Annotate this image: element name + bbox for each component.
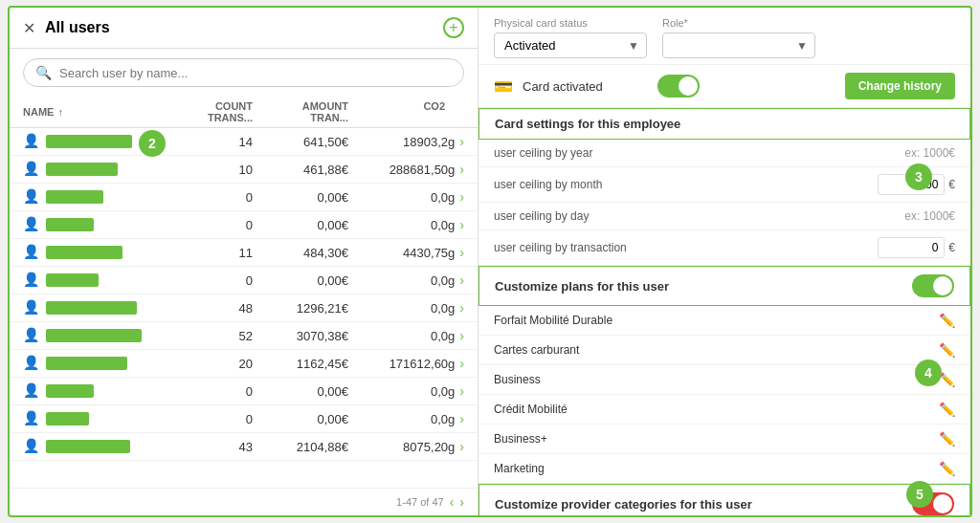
card-icon: 💳 <box>494 77 513 96</box>
plan-name: Cartes carburant <box>494 343 939 357</box>
badge-2: 2 <box>139 130 166 157</box>
edit-icon[interactable]: ✏️ <box>939 431 955 447</box>
user-icon: 👤 <box>23 216 40 233</box>
table-row[interactable]: 👤 20 1162,45€ 171612,60g › <box>10 350 478 378</box>
plan-name: Crédit Mobilité <box>494 403 939 416</box>
user-icon: 👤 <box>23 438 40 455</box>
change-history-button[interactable]: Change history <box>845 73 955 99</box>
prev-page-button[interactable]: ‹ <box>450 494 455 510</box>
table-row[interactable]: 👤 14 641,50€ 18903,2g › 2 <box>10 128 478 156</box>
co2-val: 0,0g <box>358 190 459 205</box>
col-amount-header: AMOUNT TRAN... <box>262 100 358 123</box>
table-row[interactable]: 👤 0 0,00€ 0,0g › <box>10 267 478 294</box>
count-val: 0 <box>176 273 262 288</box>
co2-val: 0,0g <box>358 273 459 288</box>
badge-3: 3 <box>905 163 932 190</box>
co2-val: 171612,60g <box>358 357 459 371</box>
co2-val: 288681,50g <box>358 163 459 177</box>
plan-row-business: Business ✏️ 4 <box>479 365 970 395</box>
plan-name: Business+ <box>494 432 939 446</box>
edit-icon[interactable]: ✏️ <box>939 402 955 417</box>
name-bar <box>46 412 89 425</box>
name-bar <box>46 273 99 287</box>
next-page-button[interactable]: › <box>459 494 464 510</box>
setting-value-year: ex: 1000€ <box>904 146 955 160</box>
role-select[interactable] <box>662 33 815 58</box>
co2-val: 0,0g <box>358 329 459 343</box>
search-box: 🔍 <box>23 58 464 87</box>
row-arrow: › <box>459 272 464 288</box>
count-val: 52 <box>176 329 262 343</box>
setting-label-month: user ceiling by month <box>494 178 878 191</box>
edit-icon[interactable]: ✏️ <box>939 461 955 476</box>
col-co2-header: CO2 <box>358 100 464 123</box>
row-arrow: › <box>459 356 464 371</box>
row-arrow: › <box>459 245 464 260</box>
setting-input-transaction[interactable] <box>878 237 945 258</box>
role-group: Role* ▼ <box>662 17 815 58</box>
plan-name: Business <box>494 373 939 386</box>
edit-icon[interactable]: ✏️ <box>939 342 955 358</box>
customize-plans-label: Customize plans for this user <box>495 279 912 294</box>
name-bar <box>46 218 94 231</box>
table-row[interactable]: 👤 43 2104,88€ 8075,20g › <box>10 433 478 461</box>
count-val: 20 <box>176 357 262 371</box>
co2-val: 0,0g <box>358 384 459 399</box>
name-bar <box>46 301 137 315</box>
row-arrow: › <box>459 217 464 232</box>
setting-label-day: user ceiling by day <box>494 209 904 223</box>
table-row[interactable]: 👤 48 1296,21€ 0,0g › <box>10 294 478 322</box>
setting-row-month: user ceiling by month € 3 <box>479 167 970 203</box>
customize-provider-header: Customize provider categories for this u… <box>479 484 970 515</box>
user-icon: 👤 <box>23 355 40 372</box>
setting-row-day: user ceiling by day ex: 1000€ <box>479 203 970 230</box>
co2-val: 0,0g <box>358 412 459 426</box>
table-footer: 1-47 of 47 ‹ › <box>10 488 478 515</box>
card-activated-toggle[interactable] <box>657 75 700 98</box>
plan-row-marketing: Marketing ✏️ <box>479 454 970 484</box>
name-bar <box>46 357 127 370</box>
role-label: Role* <box>662 17 815 29</box>
table-row[interactable]: 👤 0 0,00€ 0,0g › <box>10 405 478 433</box>
setting-label-transaction: user ceiling by transaction <box>494 241 878 254</box>
amount-val: 1162,45€ <box>262 357 358 371</box>
plan-row-cartes: Cartes carburant ✏️ <box>479 336 970 365</box>
edit-icon[interactable]: ✏️ <box>939 313 955 328</box>
table-row[interactable]: 👤 0 0,00€ 0,0g › <box>10 211 478 239</box>
table-header: NAME ↑ COUNT TRANS... AMOUNT TRAN... CO2 <box>10 97 478 128</box>
right-panel: Physical card status Activated ▼ Role* ▼ <box>479 8 970 515</box>
count-val: 0 <box>176 384 262 399</box>
table-row[interactable]: 👤 0 0,00€ 0,0g › <box>10 378 478 405</box>
co2-val: 18903,2g <box>358 135 459 149</box>
co2-val: 4430,75g <box>358 246 459 260</box>
search-input[interactable] <box>59 66 452 80</box>
user-icon: 👤 <box>23 299 40 316</box>
plan-row-businessplus: Business+ ✏️ <box>479 425 970 454</box>
count-val: 48 <box>176 301 262 316</box>
name-bar <box>46 329 142 342</box>
user-icon: 👤 <box>23 410 40 427</box>
count-val: 10 <box>176 163 262 177</box>
card-activated-row: 💳 Card activated Change history <box>479 65 970 108</box>
add-user-button[interactable]: + <box>443 17 464 38</box>
plan-row-credit: Crédit Mobilité ✏️ <box>479 395 970 425</box>
search-icon: 🔍 <box>35 65 52 80</box>
close-button[interactable]: ✕ <box>23 19 35 37</box>
amount-val: 484,30€ <box>262 246 358 260</box>
amount-val: 3070,38€ <box>262 329 358 343</box>
panel-title: All users <box>45 19 434 36</box>
customize-plans-header: Customize plans for this user <box>479 266 970 306</box>
physical-card-status-select[interactable]: Activated <box>494 33 647 58</box>
table-row[interactable]: 👤 10 461,88€ 288681,50g › <box>10 156 478 184</box>
customize-plans-toggle[interactable] <box>912 274 954 297</box>
physical-card-status-label: Physical card status <box>494 17 647 29</box>
table-row[interactable]: 👤 0 0,00€ 0,0g › <box>10 184 478 211</box>
setting-value-day: ex: 1000€ <box>904 209 955 223</box>
name-bar <box>46 440 130 453</box>
row-arrow: › <box>459 134 464 149</box>
table-row[interactable]: 👤 11 484,30€ 4430,75g › <box>10 239 478 267</box>
user-icon: 👤 <box>23 133 40 150</box>
setting-label-year: user ceiling by year <box>494 146 904 160</box>
user-icon: 👤 <box>23 327 40 344</box>
table-row[interactable]: 👤 52 3070,38€ 0,0g › <box>10 322 478 350</box>
